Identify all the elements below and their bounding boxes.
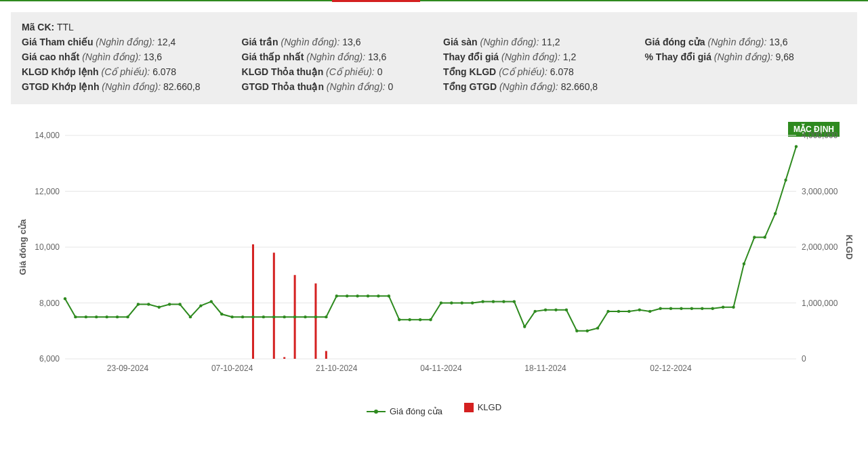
svg-rect-22	[273, 253, 275, 359]
svg-point-46	[262, 315, 265, 318]
high-unit: (Nghìn đồng):	[82, 51, 141, 62]
svg-point-64	[450, 301, 453, 304]
svg-point-82	[638, 309, 641, 311]
svg-text:07-10-2024: 07-10-2024	[211, 364, 253, 373]
stock-info-panel: Mã CK: TTL Giá Tham chiếu (Nghìn đồng): …	[11, 12, 857, 104]
svg-text:6,000: 6,000	[39, 354, 60, 364]
pct-label: % Thay đổi giá	[645, 51, 711, 62]
svg-text:2,000,000: 2,000,000	[802, 242, 838, 252]
legend-line-sample-icon	[367, 411, 386, 412]
high-value: 13,6	[144, 51, 162, 62]
svg-point-35	[147, 303, 150, 305]
svg-point-42	[220, 313, 223, 315]
svg-point-76	[575, 330, 578, 332]
svg-point-47	[272, 315, 275, 318]
svg-point-91	[732, 305, 735, 308]
svg-point-78	[596, 326, 599, 329]
val-put-value: 0	[388, 81, 394, 92]
change-label: Thay đổi giá	[443, 51, 499, 62]
svg-text:3,000,000: 3,000,000	[802, 187, 838, 196]
vol-match-label: KLGD Khớp lệnh	[22, 66, 99, 77]
vol-match-value: 6.078	[152, 66, 176, 77]
svg-rect-25	[314, 284, 316, 359]
svg-point-32	[116, 315, 119, 318]
svg-rect-21	[252, 244, 254, 359]
svg-point-53	[335, 294, 338, 297]
svg-point-81	[627, 310, 630, 313]
svg-point-70	[513, 300, 516, 303]
svg-point-85	[669, 307, 672, 310]
svg-point-71	[523, 325, 526, 328]
svg-point-83	[648, 310, 651, 313]
svg-point-39	[189, 315, 192, 318]
vol-match-unit: (Cổ phiếu):	[102, 66, 150, 77]
svg-text:10,000: 10,000	[35, 242, 60, 252]
val-total-value: 82.660,8	[561, 81, 598, 92]
svg-point-87	[690, 307, 693, 310]
ceiling-label: Giá trần	[242, 37, 278, 47]
svg-point-38	[178, 303, 181, 305]
svg-point-30	[95, 315, 98, 318]
svg-point-73	[544, 309, 547, 311]
svg-text:12,000: 12,000	[35, 187, 60, 196]
svg-point-37	[168, 303, 171, 305]
svg-text:KLGD: KLGD	[844, 235, 854, 260]
svg-point-62	[429, 318, 432, 321]
svg-point-33	[126, 315, 129, 318]
vol-put-unit: (Cổ phiếu):	[326, 66, 375, 77]
svg-point-41	[210, 300, 213, 303]
pct-value: 9,68	[776, 51, 794, 62]
svg-point-89	[711, 307, 714, 310]
val-match-label: GTGD Khớp lệnh	[22, 81, 99, 92]
svg-point-65	[461, 301, 463, 304]
close-unit: (Nghìn đồng):	[708, 37, 767, 47]
vol-total-label: Tổng KLGD	[443, 66, 496, 77]
val-match-unit: (Nghìn đồng):	[102, 81, 161, 92]
change-unit: (Nghìn đồng):	[501, 51, 560, 62]
legend-bar-label: KLGD	[478, 402, 501, 412]
chart-container: MẶC ĐỊNH 6,0008,00010,00012,00014,00001,…	[11, 115, 857, 416]
svg-point-45	[251, 315, 254, 318]
svg-text:02-12-2024: 02-12-2024	[650, 364, 692, 373]
svg-rect-26	[325, 351, 327, 359]
svg-point-27	[64, 297, 66, 300]
low-unit: (Nghìn đồng):	[306, 51, 365, 62]
svg-point-79	[606, 310, 609, 313]
floor-unit: (Nghìn đồng):	[480, 37, 539, 47]
svg-point-55	[356, 294, 358, 297]
svg-point-28	[74, 315, 77, 318]
vol-put-value: 0	[377, 66, 383, 77]
svg-point-94	[764, 236, 766, 238]
ref-price-label: Giá Tham chiếu	[22, 37, 93, 47]
svg-text:18-11-2024: 18-11-2024	[524, 364, 566, 373]
close-value: 13,6	[769, 37, 787, 47]
svg-point-61	[419, 318, 421, 321]
svg-text:23-09-2024: 23-09-2024	[107, 364, 149, 373]
svg-point-31	[105, 315, 108, 318]
svg-point-90	[722, 305, 724, 308]
val-put-label: GTGD Thỏa thuận	[242, 81, 324, 92]
ref-price-unit: (Nghìn đồng):	[96, 37, 154, 47]
floor-label: Giá sàn	[443, 37, 478, 47]
svg-point-29	[85, 315, 87, 318]
svg-point-72	[533, 310, 536, 313]
svg-point-74	[554, 309, 557, 311]
top-accent-bar	[0, 0, 868, 1]
svg-point-40	[199, 304, 202, 307]
svg-point-86	[680, 307, 682, 310]
svg-point-77	[586, 330, 589, 332]
svg-point-66	[471, 301, 474, 304]
price-volume-chart: 6,0008,00010,00012,00014,00001,000,0002,…	[11, 115, 857, 386]
change-value: 1,2	[563, 51, 576, 62]
svg-point-84	[659, 307, 661, 310]
svg-point-75	[565, 309, 568, 311]
vol-total-value: 6.078	[550, 66, 574, 77]
top-accent-red	[332, 0, 420, 2]
low-label: Giá thấp nhất	[242, 51, 304, 62]
svg-point-58	[388, 294, 390, 297]
ref-price-value: 12,4	[157, 37, 175, 47]
svg-point-57	[377, 294, 379, 297]
chart-legend: Giá đóng cửa KLGD	[11, 402, 857, 416]
svg-rect-23	[283, 357, 285, 359]
svg-point-36	[158, 305, 161, 308]
